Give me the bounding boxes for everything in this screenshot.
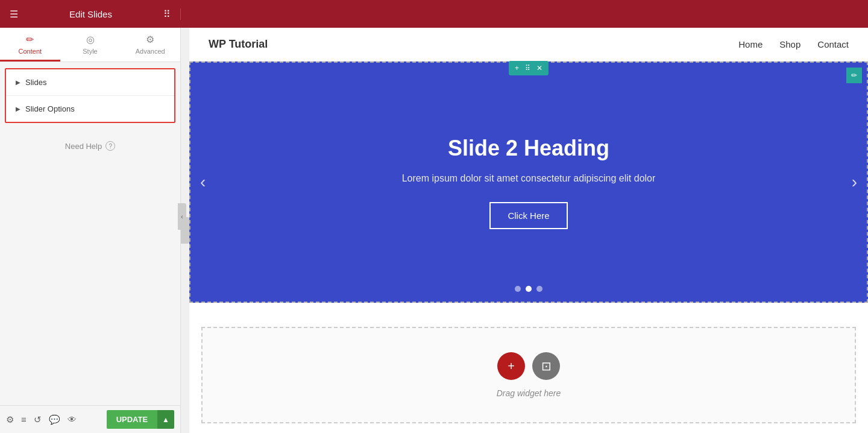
slide-text: Lorem ipsum dolor sit amet consectetur a… [402,173,656,184]
slides-arrow-icon: ▶ [16,79,20,86]
slide-cta-button[interactable]: Click Here [489,202,567,229]
accordion-section: ▶ Slides ▶ Slider Options [5,68,175,123]
dot-1[interactable] [515,286,521,292]
slider-options-arrow-icon: ▶ [16,106,20,112]
hamburger-icon[interactable]: ☰ [10,8,18,20]
nav-link-home[interactable]: Home [738,39,763,49]
comment-icon[interactable]: 💬 [49,414,60,425]
sidebar: ✏ Content ◎ Style ⚙ Advanced ▶ Slides ▶ [0,28,181,433]
need-help-label: Need Help [65,142,102,151]
accordion-slides[interactable]: ▶ Slides [6,69,174,96]
top-bar-left: ☰ Edit Slides ⠿ [0,8,181,20]
slides-label: Slides [25,78,46,87]
slider-options-label: Slider Options [25,104,75,113]
add-widget-button[interactable]: + [497,352,525,380]
slide-heading: Slide 2 Heading [402,136,656,161]
accordion-slider-options[interactable]: ▶ Slider Options [6,96,174,122]
slider-prev-btn[interactable]: ‹ [200,172,206,192]
top-bar: ☰ Edit Slides ⠿ [0,0,868,28]
site-nav-links: Home Shop Contact [738,39,849,49]
nav-link-contact[interactable]: Contact [817,39,849,49]
help-circle-icon[interactable]: ? [105,141,115,151]
canvas: WP Tutorial Home Shop Contact + ⠿ ✕ ▦ ‹ … [189,28,868,433]
slider-next-btn[interactable]: › [852,172,857,192]
slider-content: Slide 2 Heading Lorem ipsum dolor sit am… [402,136,656,229]
tab-style-label: Style [83,48,97,55]
site-logo: WP Tutorial [209,38,268,51]
tab-content-label: Content [19,48,42,55]
tab-bar: ✏ Content ◎ Style ⚙ Advanced [0,28,180,62]
layers-icon[interactable]: ≡ [21,414,27,425]
toolbar-close-btn[interactable]: ✕ [534,63,545,74]
advanced-tab-icon: ⚙ [146,34,154,45]
dot-3[interactable] [536,286,542,292]
update-group: UPDATE ▲ [107,410,174,429]
empty-section: + ⊡ Drag widget here [201,327,856,423]
top-bar-title: Edit Slides [69,9,112,19]
tab-style[interactable]: ◎ Style [60,28,121,62]
dot-2[interactable] [526,286,532,292]
bottom-bar: ⚙ ≡ ↺ 💬 👁 UPDATE ▲ [0,405,180,433]
sidebar-content: ▶ Slides ▶ Slider Options Need Help ? [0,62,180,405]
need-help: Need Help ? [0,129,180,163]
slider-edit-icon[interactable]: ✏ [846,68,862,83]
update-button[interactable]: UPDATE [107,410,157,429]
below-slider-area: + ⊡ Drag widget here [189,303,868,433]
tab-content[interactable]: ✏ Content [0,28,60,62]
grid-icon[interactable]: ⠿ [163,8,171,20]
toolbar-add-btn[interactable]: + [512,63,521,74]
empty-section-icons: + ⊡ [497,352,560,380]
drag-text: Drag widget here [497,388,561,398]
main-layout: ✏ Content ◎ Style ⚙ Advanced ▶ Slides ▶ [0,28,868,433]
history-icon[interactable]: ↺ [34,414,42,425]
slider-dots [515,286,542,292]
style-tab-icon: ◎ [86,34,95,45]
toolbar-move-btn[interactable]: ⠿ [523,63,533,74]
slider-toolbar: + ⠿ ✕ [509,61,549,75]
sidebar-collapse-handle[interactable]: ‹ [178,203,186,230]
slider-widget: + ⠿ ✕ ▦ ‹ Slide 2 Heading Lorem ipsum do… [189,62,868,303]
site-navbar: WP Tutorial Home Shop Contact [189,28,868,62]
tab-advanced[interactable]: ⚙ Advanced [120,28,180,62]
tab-advanced-label: Advanced [136,48,165,55]
add-template-button[interactable]: ⊡ [532,352,560,380]
settings-icon[interactable]: ⚙ [6,414,14,425]
nav-link-shop[interactable]: Shop [779,39,800,49]
content-tab-icon: ✏ [26,34,34,45]
eye-icon[interactable]: 👁 [68,414,77,425]
update-arrow-button[interactable]: ▲ [157,410,174,429]
slider: ‹ Slide 2 Heading Lorem ipsum dolor sit … [189,62,868,303]
